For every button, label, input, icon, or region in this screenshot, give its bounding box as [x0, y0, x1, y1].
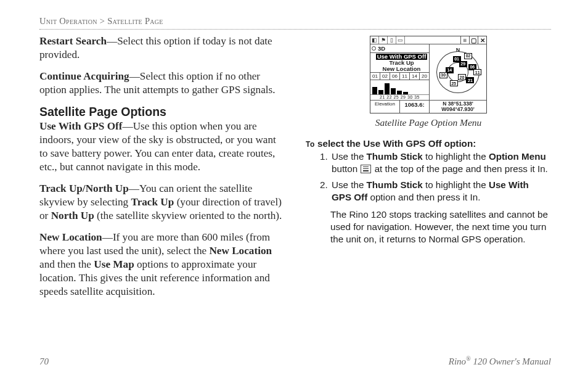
- status-icon: ▯: [388, 36, 396, 44]
- column-left: Restart Search—Select this option if tod…: [39, 35, 285, 307]
- device-sat-ids: 01 02 06 11 14 20: [370, 72, 429, 80]
- breadcrumb-page: Satellite Page: [107, 16, 163, 26]
- term-new-location-2: New Location: [209, 245, 272, 257]
- note-text: The Rino 120 stops tracking satellites a…: [330, 208, 551, 245]
- para-restart-search: Restart Search—Select this option if tod…: [39, 35, 285, 62]
- status-icon: ◧: [370, 36, 379, 44]
- page-number: 70: [39, 356, 49, 367]
- breadcrumb-sep: >: [100, 16, 105, 26]
- sat-id: 02: [382, 73, 388, 79]
- registered-mark: ®: [466, 355, 471, 362]
- term-use-with-gps-off: Use With GPS Off: [39, 120, 123, 132]
- figure-caption: Satellite Page Option Menu: [306, 117, 551, 128]
- term-north-up: North Up: [51, 210, 94, 221]
- sat-id: 01: [372, 73, 378, 79]
- instruction-heading-text: select the Use With GPS Off option:: [315, 138, 476, 149]
- window-icon: ▢: [469, 36, 478, 44]
- manual-title: Rino® 120 Owner's Manual: [449, 355, 551, 367]
- menu-item: New Location: [375, 66, 428, 72]
- term-track-up: Track Up: [131, 196, 174, 208]
- step-2: Use the Thumb Stick to highlight the Use…: [330, 179, 551, 204]
- close-icon: ✕: [478, 36, 486, 44]
- text: button: [332, 163, 360, 174]
- para-new-location: New Location—If you are more than 600 mi…: [39, 231, 285, 299]
- sat-id: 20: [421, 73, 428, 79]
- elevation-label: Elevation: [370, 101, 400, 113]
- device-left-panel: 3D Use With GPS Off Track Up New Locatio…: [370, 44, 430, 100]
- coord-lon: W094°47.930': [431, 107, 484, 112]
- breadcrumb-section: Unit Operation: [39, 16, 97, 26]
- menu-icon: ≡: [460, 36, 469, 44]
- term-use-map: Use Map: [94, 258, 134, 270]
- text: to highlight the: [423, 179, 489, 190]
- text: Use the: [332, 151, 367, 162]
- device-skyview: N 01 02 06 11 14 20 21 25 29 3: [430, 44, 486, 100]
- sat-id: 06: [391, 73, 398, 79]
- column-right: ◧ ⚑ ▯ ▭ ≡ ▢ ✕ 3D U: [306, 35, 551, 307]
- mode-3d-label: 3D: [378, 45, 385, 52]
- sat-marker: 02: [464, 53, 472, 59]
- step-1: Use the Thumb Stick to highlight the Opt…: [330, 150, 551, 175]
- columns: Restart Search—Select this option if tod…: [39, 35, 551, 307]
- sat-marker: 21: [466, 77, 474, 83]
- breadcrumb: Unit Operation > Satellite Page: [39, 16, 551, 27]
- para-continue-acquiring: Continue Acquiring—Select this option if…: [39, 70, 285, 97]
- steps-list: Use the Thumb Stick to highlight the Opt…: [306, 150, 551, 204]
- sat-id: 14: [411, 73, 418, 79]
- term-continue-acquiring: Continue Acquiring: [39, 70, 129, 82]
- term-thumb-stick: Thumb Stick: [367, 151, 423, 162]
- para-track-up-north-up: Track Up/North Up—You can orient the sat…: [39, 182, 285, 223]
- menu-button-icon: [361, 165, 371, 173]
- device-top-bar: ◧ ⚑ ▯ ▭ ≡ ▢ ✕: [370, 36, 486, 44]
- sat-marker: 11: [473, 69, 481, 75]
- heading-satellite-page-options: Satellite Page Options: [39, 105, 285, 119]
- device-body: 3D Use With GPS Off Track Up New Locatio…: [370, 44, 486, 100]
- text: Use the: [332, 179, 367, 190]
- figure-satellite-page-option-menu: ◧ ⚑ ▯ ▭ ≡ ▢ ✕ 3D U: [306, 36, 551, 128]
- term-track-north: Track Up/North Up: [39, 183, 129, 194]
- device-screenshot: ◧ ⚑ ▯ ▭ ≡ ▢ ✕ 3D U: [370, 36, 487, 113]
- sat-marker: 20: [458, 74, 466, 80]
- text: to highlight the: [423, 151, 489, 162]
- to-smallcaps: To: [306, 140, 315, 149]
- instruction-heading: To select the Use With GPS Off option:: [306, 138, 551, 149]
- text: and then the: [39, 258, 94, 270]
- text: option and then press it In.: [367, 192, 480, 202]
- divider-dotted: [39, 29, 551, 30]
- page-footer: 70 Rino® 120 Owner's Manual: [39, 355, 551, 367]
- term-new-location: New Location: [39, 231, 102, 243]
- device-menu: Use With GPS Off Track Up New Location: [370, 53, 429, 72]
- sat-marker: 29: [459, 61, 467, 67]
- product-name: Rino: [449, 356, 466, 366]
- term-thumb-stick: Thumb Stick: [367, 179, 423, 190]
- status-icon: ⚑: [379, 36, 388, 44]
- sat-marker: 25: [450, 80, 458, 86]
- status-icon: ▭: [396, 36, 405, 44]
- sat-marker: 30: [439, 72, 447, 78]
- device-menu-header: 3D: [370, 44, 429, 53]
- manual-rest: 120 Owner's Manual: [471, 356, 551, 366]
- sat-id: 11: [401, 73, 408, 79]
- text: at the top of the page and then press it…: [372, 163, 547, 174]
- signal-bars: [370, 80, 429, 94]
- bar-labels: 21 22 25 29 30 35: [370, 94, 429, 100]
- term-option-menu: Option Menu: [489, 151, 546, 162]
- term-restart-search: Restart Search: [39, 35, 107, 47]
- text: (the satellite skyview oriented to the n…: [94, 210, 282, 221]
- coordinates: N 38°51.338' W094°47.930': [430, 101, 486, 113]
- mode-3d-icon: [372, 46, 376, 51]
- para-use-with-gps-off: Use With GPS Off—Use this option when yo…: [39, 120, 285, 174]
- device-bottom-bar: Elevation 1063.6: N 38°51.338' W094°47.9…: [370, 100, 486, 113]
- elevation-value: 1063.6:: [400, 101, 430, 113]
